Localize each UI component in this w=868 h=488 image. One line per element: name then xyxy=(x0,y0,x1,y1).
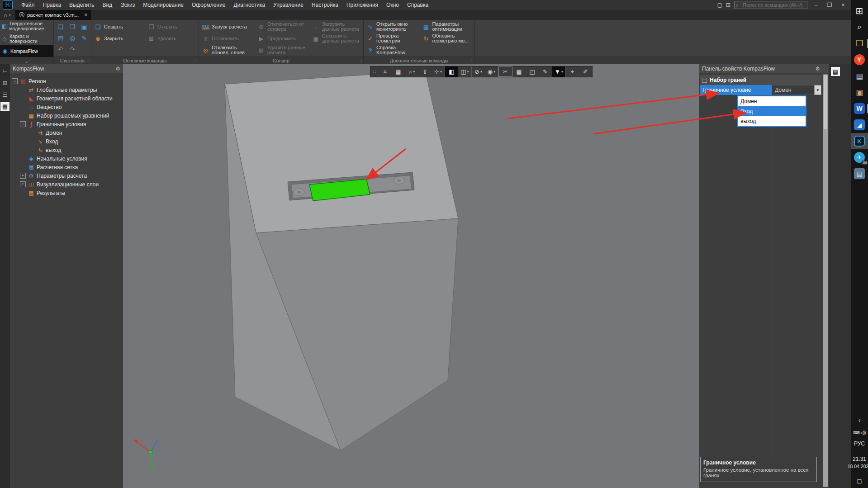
select-region-icon[interactable]: ⌗ xyxy=(379,66,392,77)
cube-top-face[interactable] xyxy=(225,71,458,233)
tab-close-icon[interactable]: × xyxy=(84,12,87,18)
tree-panel-icon[interactable]: ⊢ xyxy=(0,66,9,76)
notepad-icon[interactable]: ▤ xyxy=(851,166,868,182)
filter-tool-icon[interactable]: ▼▾ xyxy=(552,66,565,77)
monitor-icon[interactable]: ▦ xyxy=(851,68,868,84)
save-as-icon[interactable]: ✎ xyxy=(81,34,87,42)
window-layout-icon[interactable]: ▢ xyxy=(717,2,722,8)
tree-item-substance[interactable]: ∴ Вещество xyxy=(10,103,123,111)
selector-collapse[interactable]: ⌄ xyxy=(0,57,53,64)
tree-item-initial-conditions[interactable]: ◈ Начальные условия xyxy=(10,154,123,163)
render-mode-icon[interactable]: ▦ xyxy=(392,66,405,77)
create-button[interactable]: ❏Создать xyxy=(94,21,145,33)
print-icon[interactable]: ▤ xyxy=(57,34,63,42)
close-button[interactable]: ⊗Закрыть xyxy=(94,33,145,44)
menu-item[interactable]: Файл xyxy=(17,0,39,10)
tree-item-region[interactable]: − ▨ Регион xyxy=(10,77,123,85)
screens-icon[interactable]: ⊡ xyxy=(726,2,730,8)
scrollbar-thumb[interactable] xyxy=(824,75,827,129)
tree-item-equations-set[interactable]: ▦ Набор решаемых уравнений xyxy=(10,111,123,120)
show-objects-icon[interactable]: ◉▾ xyxy=(485,66,498,77)
disconnect-solver-button[interactable]: ⊘Отключиться от солвера xyxy=(257,21,309,33)
dropdown-option[interactable]: Вход xyxy=(738,106,806,116)
dropdown-arrow-icon[interactable]: ▼ xyxy=(814,85,821,95)
params-panel-icon[interactable]: ⊞ xyxy=(0,78,9,87)
dropdown-option[interactable]: выход xyxy=(738,116,806,126)
save-icon[interactable]: ▣ xyxy=(81,23,87,30)
grid-tool-icon[interactable]: ▦ xyxy=(512,66,526,77)
properties-tab-icon[interactable]: ▤ xyxy=(831,67,840,76)
start-icon[interactable]: ⊞ xyxy=(851,3,868,19)
box-icon[interactable]: ▣ xyxy=(851,84,868,100)
menu-item[interactable]: Настройка xyxy=(308,0,342,10)
panel-solid-modeling[interactable]: ◧ Твердотельное моделирование xyxy=(0,20,53,33)
3d-viewport[interactable]: ∷ ⌗ ▦ xyxy=(123,64,699,488)
gear-icon[interactable]: ⚙ xyxy=(815,66,820,72)
expander-icon[interactable]: + xyxy=(20,181,26,187)
disable-layers-button[interactable]: ⊘Отключить обновл. слоев xyxy=(202,44,255,56)
dropdown-option[interactable]: Домен xyxy=(738,96,806,106)
load-data-button[interactable]: ↓Загрузить данные расчета xyxy=(312,21,363,33)
section-tool-icon[interactable]: ◰ xyxy=(526,66,539,77)
geometry-check-button[interactable]: ✓Проверка геометрии xyxy=(366,33,419,44)
photos-icon[interactable]: ◢ xyxy=(851,117,868,133)
tree-item-global-params[interactable]: ⇄ Глобальные параметры xyxy=(10,85,123,94)
gear-icon[interactable]: ⚙ xyxy=(115,66,120,72)
home-caret-icon[interactable]: ▾ xyxy=(9,13,11,17)
expander-icon[interactable]: − xyxy=(20,121,26,127)
layers-panel-icon[interactable]: ☰ xyxy=(0,90,9,99)
restore-button[interactable]: ❐ xyxy=(825,2,835,8)
clock-time[interactable]: 21:31 xyxy=(853,456,866,462)
preview-icon[interactable]: ◎ xyxy=(70,34,75,42)
boundary-condition-value[interactable]: Домен xyxy=(772,85,814,95)
minimize-button[interactable]: – xyxy=(811,2,821,8)
kompas-logo-icon[interactable]: Ⓚ xyxy=(3,0,13,9)
language-indicator[interactable]: РУС xyxy=(854,441,865,447)
menu-item[interactable]: Справка xyxy=(403,0,432,10)
orient-tool-icon[interactable]: ⇧ xyxy=(418,66,432,77)
open-button[interactable]: ❒Открыть xyxy=(147,21,198,33)
grip-handle[interactable]: ∷ xyxy=(370,66,379,77)
tree-item-calc-params[interactable]: + ⚙ Параметры расчета xyxy=(10,171,123,180)
document-tab[interactable]: Ⓚ расчет компас v3.m... × xyxy=(15,10,91,20)
properties-panel-icon[interactable]: ▤ xyxy=(0,102,9,111)
panel-scrollbar[interactable] xyxy=(823,74,828,487)
menu-item[interactable]: Моделирование xyxy=(139,0,188,10)
delete-button[interactable]: ⊠Удалить xyxy=(147,33,198,44)
group-grip-icon[interactable]: ∷ xyxy=(87,58,90,63)
run-calculation-button[interactable]: 012Запуск расчета xyxy=(202,21,255,33)
collapse-icon[interactable]: − xyxy=(702,78,707,83)
menu-item[interactable]: Оформление xyxy=(188,0,229,10)
tree-item-outlet[interactable]: ↳ выход xyxy=(10,146,123,154)
picker-tool-icon[interactable]: ✐ xyxy=(579,66,592,77)
faces-set-section[interactable]: − Набор граней xyxy=(700,75,821,85)
tree-item-domain-geometry[interactable]: ◣ Геометрия расчетной области xyxy=(10,94,123,103)
continue-button[interactable]: ▶Продолжить xyxy=(257,33,309,44)
coord-tool-icon[interactable]: ⊹▾ xyxy=(432,66,445,77)
sketch-tool-icon[interactable]: ✎ xyxy=(539,66,552,77)
menu-item[interactable]: Управление xyxy=(269,0,308,10)
menu-item[interactable]: Выделить xyxy=(65,0,98,10)
group-grip-icon[interactable]: ∷ xyxy=(360,58,362,63)
network-volume-icons[interactable]: ⌨◁)) xyxy=(854,430,866,435)
kompasflow-help-button[interactable]: ?Справка KompasFlow xyxy=(366,44,419,56)
expander-icon[interactable]: − xyxy=(12,78,18,84)
tree-item-results[interactable]: ▤ Результаты xyxy=(10,189,123,197)
command-search-input[interactable] xyxy=(734,1,807,9)
optimization-params-button[interactable]: ▦Параметры оптимизации xyxy=(422,21,474,33)
clock-date[interactable]: 18.04.2025 xyxy=(848,464,868,469)
delete-data-button[interactable]: ⊠Удалить данные расчета xyxy=(257,44,309,56)
stop-button[interactable]: ⅡОстановить xyxy=(202,33,255,44)
kompas-icon[interactable]: K xyxy=(851,133,868,149)
undo-icon[interactable]: ↶ xyxy=(58,46,63,53)
menu-item[interactable]: Вид xyxy=(98,0,116,10)
word-icon[interactable]: W xyxy=(851,100,868,117)
shaded-view-icon[interactable]: ◧ xyxy=(445,66,458,77)
zoom-tool-icon[interactable]: ⌕▾ xyxy=(405,66,418,77)
tree-item-boundary-conditions[interactable]: − ∫ Граничные условия xyxy=(10,120,123,128)
expander-icon[interactable]: + xyxy=(20,173,26,179)
wireframe-view-icon[interactable]: ◫▾ xyxy=(458,66,471,77)
menu-item[interactable]: Диагностика xyxy=(230,0,270,10)
explorer-icon[interactable]: ❒ xyxy=(851,35,868,52)
open-doc-icon[interactable]: ❒ xyxy=(70,23,76,30)
